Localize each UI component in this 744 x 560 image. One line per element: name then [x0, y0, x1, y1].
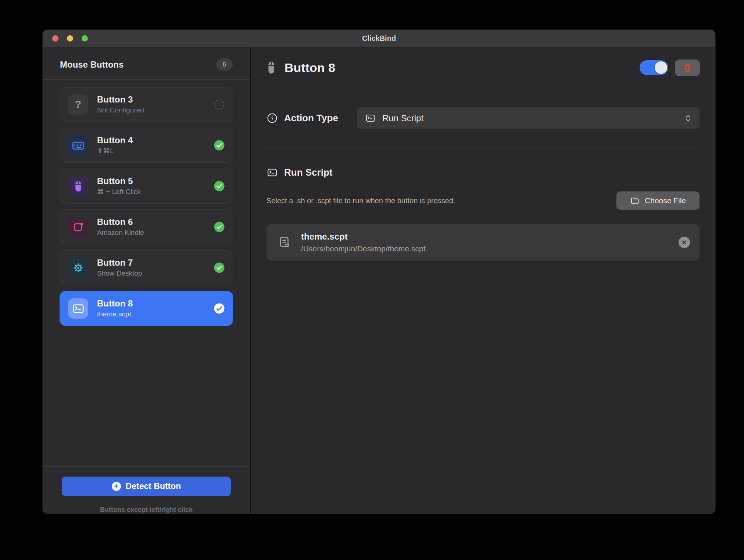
item-title: Button 6	[97, 217, 214, 227]
main-panel: Button 8	[251, 47, 715, 514]
item-subtitle: Show Desktop	[97, 270, 214, 277]
item-title: Button 3	[97, 95, 214, 104]
status-configured-icon	[214, 303, 225, 314]
item-title: Button 4	[97, 136, 214, 145]
mouse-icon	[68, 176, 88, 196]
item-title: Button 8	[97, 299, 214, 308]
minimize-window-button[interactable]	[67, 35, 73, 42]
run-script-description: Select a .sh or .scpt file to run when t…	[267, 197, 616, 205]
x-icon	[682, 240, 687, 245]
item-subtitle: ⇧⌘L	[97, 147, 214, 155]
choose-file-label: Choose File	[645, 196, 686, 205]
trash-icon	[683, 63, 693, 73]
title-bar[interactable]: ClickBind	[43, 30, 715, 47]
action-type-dropdown[interactable]: Run Script	[357, 107, 700, 129]
list-item-button-3[interactable]: ? Button 3 Not Configured	[60, 87, 233, 122]
list-item-button-8[interactable]: Button 8 theme.scpt	[60, 291, 233, 326]
selected-file-chip: theme.scpt /Users/beomjun/Desktop/theme.…	[267, 224, 700, 261]
choose-file-button[interactable]: Choose File	[616, 191, 700, 210]
list-item-button-5[interactable]: Button 5 ⌘ + Left Click	[60, 169, 233, 204]
page-title: Button 8	[285, 61, 335, 75]
status-configured-icon	[214, 140, 225, 151]
action-type-value: Run Script	[382, 113, 423, 123]
main-header: Button 8	[251, 47, 715, 88]
question-icon: ?	[68, 94, 88, 115]
delete-button[interactable]	[675, 60, 700, 76]
list-item-button-4[interactable]: Button 4 ⇧⌘L	[60, 128, 233, 163]
button-count-badge: 6	[216, 58, 233, 71]
file-select-row: Select a .sh or .scpt file to run when t…	[267, 191, 700, 210]
remove-file-button[interactable]	[679, 237, 690, 248]
item-title: Button 5	[97, 176, 214, 186]
divider	[43, 79, 250, 80]
list-item-button-7[interactable]: Button 7 Show Desktop	[60, 250, 233, 285]
file-path: /Users/beomjun/Desktop/theme.scpt	[301, 244, 679, 253]
terminal-icon	[365, 113, 376, 123]
terminal-icon	[68, 298, 88, 319]
terminal-icon	[267, 167, 278, 178]
item-subtitle: ⌘ + Left Click	[97, 188, 214, 196]
zoom-window-button[interactable]	[82, 35, 88, 42]
keyboard-icon	[68, 135, 88, 155]
action-type-row: Action Type Run Script	[267, 107, 700, 129]
status-configured-icon	[214, 222, 225, 232]
sidebar-footer-note: Buttons except left/right click	[43, 506, 250, 514]
chevron-up-down-icon	[685, 114, 691, 123]
app-window: ClickBind Mouse Buttons 6 ? Button 3 Not…	[43, 30, 715, 514]
mouse-button-list: ? Button 3 Not Configured	[60, 87, 233, 326]
traffic-lights	[52, 30, 88, 47]
window-title: ClickBind	[43, 30, 715, 47]
item-subtitle: theme.scpt	[97, 310, 214, 318]
run-script-header: Run Script	[267, 167, 700, 178]
enable-toggle[interactable]	[640, 60, 668, 75]
divider	[43, 466, 250, 467]
sidebar-title: Mouse Buttons	[60, 60, 124, 70]
action-type-label: Action Type	[284, 112, 338, 124]
mouse-filled-icon	[266, 61, 276, 75]
gear-icon	[68, 258, 88, 278]
list-item-button-6[interactable]: Button 6 Amazon Kindle	[60, 209, 233, 244]
app-window-icon	[68, 217, 88, 237]
toggle-knob	[655, 61, 667, 74]
plus-circle-icon: +	[112, 482, 121, 491]
item-subtitle: Amazon Kindle	[97, 229, 214, 237]
folder-icon	[630, 196, 640, 205]
script-scroll-icon	[278, 236, 291, 250]
sidebar: Mouse Buttons 6 ? Button 3 Not Configure…	[43, 47, 251, 514]
divider	[267, 148, 700, 148]
detect-button-label: Detect Button	[126, 481, 181, 491]
close-window-button[interactable]	[52, 35, 58, 42]
item-title: Button 7	[97, 258, 214, 268]
item-subtitle: Not Configured	[97, 107, 214, 114]
detect-button[interactable]: + Detect Button	[62, 477, 231, 496]
file-name: theme.scpt	[301, 231, 679, 242]
run-script-title: Run Script	[284, 167, 332, 178]
lightning-circle-icon	[267, 112, 278, 124]
status-configured-icon	[214, 181, 225, 191]
status-unconfigured-icon	[214, 100, 225, 110]
status-configured-icon	[214, 262, 225, 273]
